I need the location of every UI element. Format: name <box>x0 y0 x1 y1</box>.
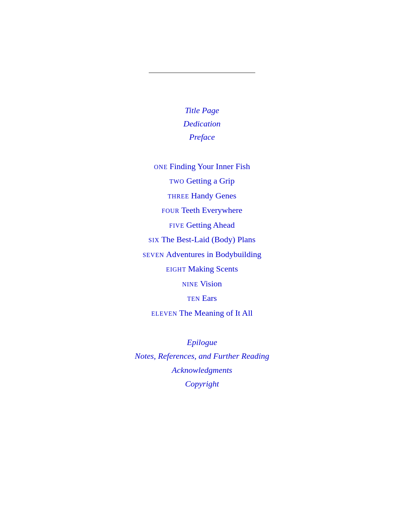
chapter-title: Handy Genes <box>191 191 236 200</box>
chapter-item[interactable]: FIVE Getting Ahead <box>143 218 261 233</box>
back-matter-section: EpilogueNotes, References, and Further R… <box>135 335 269 391</box>
chapter-title: The Meaning of It All <box>179 308 253 318</box>
front-matter-item[interactable]: Title Page <box>183 104 221 117</box>
chapter-item[interactable]: NINE Vision <box>143 276 261 291</box>
front-matter-section: Title PageDedicationPreface <box>183 104 221 144</box>
chapter-title: The Best-Laid (Body) Plans <box>161 235 255 244</box>
chapter-title: Teeth Everywhere <box>181 205 242 215</box>
divider-line <box>149 72 255 73</box>
chapter-number: ELEVEN <box>151 310 179 317</box>
page-container: Title PageDedicationPreface ONE Finding … <box>50 0 354 436</box>
chapter-number: EIGHT <box>166 266 188 273</box>
chapter-item[interactable]: TEN Ears <box>143 291 261 306</box>
back-matter-item[interactable]: Epilogue <box>135 335 269 349</box>
chapter-list: ONE Finding Your Inner FishTWO Getting a… <box>143 159 261 321</box>
chapter-number: THREE <box>168 193 191 200</box>
chapter-title: Making Scents <box>188 264 238 273</box>
chapter-item[interactable]: EIGHT Making Scents <box>143 262 261 276</box>
front-matter-item[interactable]: Dedication <box>183 117 221 130</box>
chapter-title: Finding Your Inner Fish <box>170 161 250 171</box>
chapter-number: TEN <box>187 296 202 302</box>
chapter-item[interactable]: FOUR Teeth Everywhere <box>143 203 261 218</box>
chapter-title: Adventures in Bodybuilding <box>166 249 262 259</box>
front-matter-item[interactable]: Preface <box>183 130 221 144</box>
chapter-title: Vision <box>200 279 222 288</box>
chapter-item[interactable]: THREE Handy Genes <box>143 189 261 203</box>
chapter-title: Getting Ahead <box>186 220 235 230</box>
back-matter-item[interactable]: Copyright <box>135 377 269 391</box>
chapter-number: NINE <box>182 281 200 288</box>
chapter-number: SEVEN <box>143 252 166 258</box>
chapter-item[interactable]: ELEVEN The Meaning of It All <box>143 306 261 321</box>
chapter-item[interactable]: SEVEN Adventures in Bodybuilding <box>143 247 261 262</box>
back-matter-item[interactable]: Acknowledgments <box>135 363 269 377</box>
chapter-item[interactable]: TWO Getting a Grip <box>143 174 261 189</box>
back-matter-item[interactable]: Notes, References, and Further Reading <box>135 349 269 363</box>
chapter-number: SIX <box>148 237 161 243</box>
chapter-number: ONE <box>154 164 170 170</box>
chapter-item[interactable]: ONE Finding Your Inner Fish <box>143 159 261 174</box>
chapter-number: FOUR <box>162 208 181 214</box>
chapter-number: FIVE <box>169 222 186 229</box>
chapter-title: Getting a Grip <box>186 176 235 185</box>
chapter-item[interactable]: SIX The Best-Laid (Body) Plans <box>143 232 261 247</box>
chapter-number: TWO <box>169 178 186 185</box>
chapter-title: Ears <box>202 293 217 303</box>
